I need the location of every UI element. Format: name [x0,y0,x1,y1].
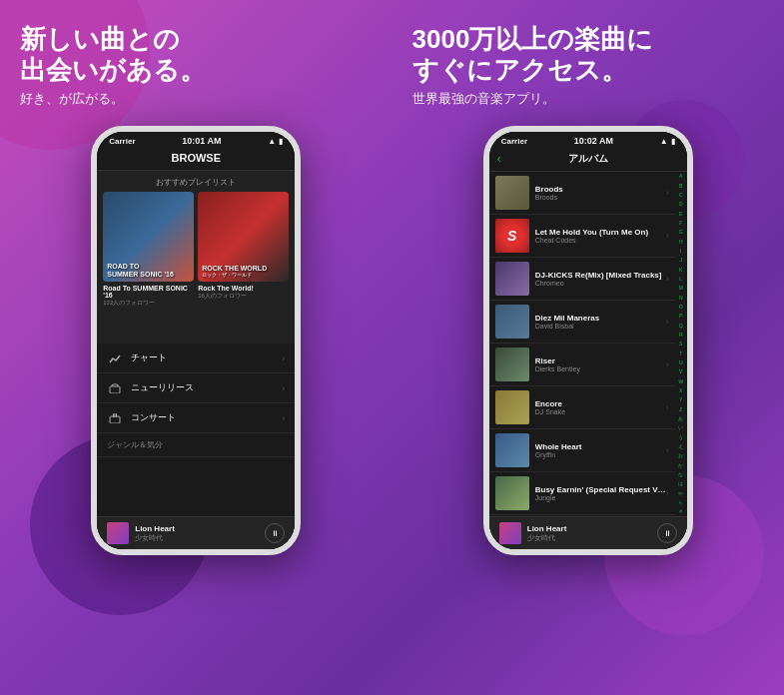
alpha-char[interactable]: D [678,202,684,207]
album-name: Whole Heart [535,442,666,451]
alpha-char[interactable]: I [678,249,684,254]
right-np-title: Lion Heart [527,524,657,533]
album-item[interactable]: DJ-KiCKS Re(Mix) [Mixed Tracks]Chromeo› [489,258,675,301]
main-layout: 新しい曲との 出会いがある。 好き、が広がる。 Carrier 10:01 AM… [0,0,784,695]
playlist-thumb-rock[interactable]: ROCK THE WORLD ロック・ザ・ワールド [198,192,289,282]
alpha-char[interactable]: ら [678,500,684,505]
album-item[interactable]: Diez Mil ManerasDavid Bisbal› [489,301,675,344]
left-carrier: Carrier [109,137,135,146]
playlist-images: Road ToSUMMER SONIC '16 ROCK THE WORLD ロ… [97,192,295,282]
left-status-bar: Carrier 10:01 AM ▲ ▮ [97,132,295,148]
left-panel: 新しい曲との 出会いがある。 好き、が広がる。 Carrier 10:01 AM… [0,0,392,695]
alpha-char[interactable]: う [678,435,684,440]
right-pause-icon: ⏸ [663,529,671,538]
charts-menu-item[interactable]: チャート › [97,344,295,373]
concert-menu-item[interactable]: コンサート › [97,403,295,433]
album-artist: Cheat Codes [535,237,666,244]
alpha-char[interactable]: O [678,305,684,310]
alpha-char[interactable]: F [678,221,684,226]
album-art: S [495,219,529,253]
album-arrow: › [666,402,669,412]
browse-header: BROWSE [97,148,295,171]
album-arrow: › [666,317,669,327]
album-item[interactable]: Whole HeartGryffin› [489,429,675,472]
alpha-char[interactable]: L [678,277,684,282]
alpha-char[interactable]: E [678,212,684,217]
alpha-char[interactable]: V [678,369,684,374]
alpha-char[interactable]: Q [678,324,684,329]
playlist-label: おすすめプレイリスト [97,171,295,192]
album-item[interactable]: SLet Me Hold You (Turn Me On)Cheat Codes… [489,215,675,258]
album-item-info: Busy Earnin' (Special Request VIP)Jungle [535,485,666,501]
left-now-playing[interactable]: Lion Heart 少女時代 ⏸ [97,516,295,549]
left-phone: Carrier 10:01 AM ▲ ▮ BROWSE おすすめプレイリスト [91,126,301,555]
alpha-char[interactable]: S [678,342,684,347]
left-play-button[interactable]: ⏸ [265,523,285,543]
alpha-char[interactable]: # [678,509,684,514]
album-item[interactable]: EncoreDJ Snake› [489,386,675,429]
alpha-char[interactable]: な [678,472,684,477]
alpha-char[interactable]: あ [678,416,684,421]
right-status-bar: Carrier 10:02 AM ▲ ▮ [489,132,687,148]
concert-label: コンサート [131,411,282,424]
playlist-info: Road To SUMMER SONIC '16 122人のフォロワー Rock… [97,282,295,311]
alpha-char[interactable]: か [678,463,684,468]
genre-section[interactable]: ジャンル＆気分 [97,433,295,457]
back-button[interactable]: ‹ [497,152,517,166]
alpha-char[interactable]: C [678,193,684,198]
new-release-label: ニューリリース [131,381,282,394]
playlist-section: おすすめプレイリスト Road ToSUMMER SONIC '16 ROCK … [97,171,295,344]
alpha-char[interactable]: え [678,444,684,449]
album-art [495,476,529,510]
summer-followers: 122人のフォロワー [103,299,194,308]
alpha-index[interactable]: ABCDEFGHIJKLMNOPQRSTUVWXYZあいうえおかなはやら# [675,172,687,516]
new-release-menu-item[interactable]: ニューリリース › [97,373,295,403]
playlist-info-rock: Rock The World! 16人のフォロワー [198,285,289,308]
alpha-char[interactable]: M [678,286,684,291]
playlist-thumb-summer[interactable]: Road ToSUMMER SONIC '16 [103,192,194,282]
left-np-info: Lion Heart 少女時代 [135,524,265,543]
alpha-char[interactable]: や [678,491,684,496]
right-now-playing[interactable]: Lion Heart 少女時代 ⏸ [489,516,687,549]
album-name: Encore [535,399,666,408]
right-play-button[interactable]: ⏸ [657,523,677,543]
album-artist: Broods [535,194,666,201]
alpha-char[interactable]: N [678,296,684,301]
alpha-char[interactable]: H [678,240,684,245]
wifi-icon: ▲ [268,137,276,146]
album-art [495,262,529,296]
right-np-album-art [499,522,521,544]
concert-arrow: › [282,413,285,423]
alpha-char[interactable]: K [678,268,684,273]
concert-icon [107,412,123,424]
album-item[interactable]: Busy Earnin' (Special Request VIP)Jungle… [489,472,675,515]
alpha-char[interactable]: A [678,174,684,179]
album-arrow: › [666,188,669,198]
charts-label: チャート [131,351,282,364]
alpha-char[interactable]: い [678,425,684,430]
alpha-char[interactable]: Z [678,407,684,412]
album-item-info: Whole HeartGryffin [535,442,666,458]
alpha-char[interactable]: G [678,230,684,235]
alpha-char[interactable]: W [678,379,684,384]
alpha-char[interactable]: お [678,453,684,458]
album-art [495,176,529,210]
alpha-char[interactable]: Y [678,397,684,402]
album-artist: Gryffin [535,451,666,458]
alpha-char[interactable]: U [678,360,684,365]
alpha-char[interactable]: P [678,314,684,319]
left-heading: 新しい曲との 出会いがある。 [0,24,392,86]
alpha-char[interactable]: B [678,184,684,189]
album-item[interactable]: BroodsBroods› [489,172,675,215]
album-name: Diez Mil Maneras [535,314,666,323]
alpha-char[interactable]: は [678,481,684,486]
alpha-char[interactable]: X [678,388,684,393]
alpha-char[interactable]: R [678,333,684,338]
album-arrow: › [666,231,669,241]
left-np-album-art [107,522,129,544]
charts-arrow: › [282,353,285,363]
album-artist: Chromeo [535,280,666,287]
alpha-char[interactable]: J [678,258,684,263]
album-item[interactable]: RiserDierks Bentley› [489,344,675,386]
alpha-char[interactable]: T [678,351,684,356]
